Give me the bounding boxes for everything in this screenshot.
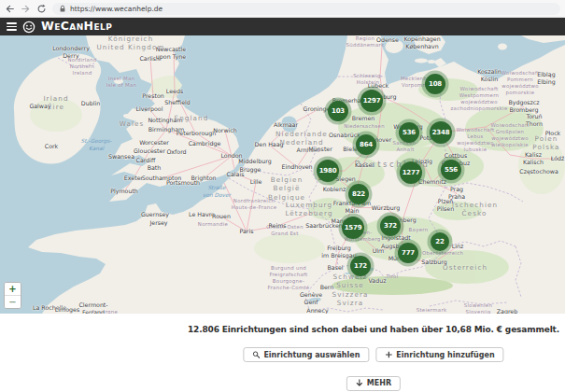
cluster-marker[interactable]: 822 [348,184,369,204]
select-institution-button[interactable]: Einrichtung auswählen [243,347,369,362]
browser-reload-icon[interactable] [36,4,47,14]
cluster-marker[interactable]: 1980 [317,160,339,182]
cluster-marker[interactable]: 777 [398,243,418,263]
map-zoom-control: + − [4,282,21,309]
cluster-marker[interactable]: 372 [380,216,401,236]
add-institution-button[interactable]: Einrichtung hinzufügen [375,347,503,362]
zoom-out-button[interactable]: − [5,296,21,308]
map-graphics [0,35,565,314]
cluster-marker[interactable]: 1297 [360,90,383,112]
brand-title[interactable]: WeCanHelp [41,21,112,33]
more-label: MEHR [367,379,391,387]
url-text: https://www.wecanhelp.de [70,5,162,13]
zoom-in-button[interactable]: + [5,283,21,296]
site-header: WeCanHelp [0,18,565,35]
down-arrow-icon [356,379,363,387]
address-bar[interactable]: https://www.wecanhelp.de [52,3,560,15]
browser-toolbar: https://www.wecanhelp.de [0,0,565,18]
cluster-marker[interactable]: 536 [399,122,419,143]
menu-hamburger-icon[interactable] [7,22,17,31]
stats-headline: 12.806 Einrichtungen sind schon dabei un… [188,325,559,334]
cluster-marker[interactable]: 108 [425,74,445,94]
browser-forward-icon[interactable] [21,4,31,14]
cluster-marker[interactable]: 22 [431,232,449,251]
cluster-marker[interactable]: 172 [350,256,371,276]
https-lock-icon [59,5,66,13]
add-institution-label: Einrichtung hinzufügen [396,351,494,359]
cluster-marker[interactable]: 1277 [400,161,422,184]
content-section: 12.806 Einrichtungen sind schon dabei un… [0,314,565,392]
search-icon [252,351,260,358]
select-institution-label: Einrichtung auswählen [263,351,360,359]
cluster-marker[interactable]: 103 [328,101,348,121]
cluster-marker[interactable]: 864 [356,134,376,155]
more-button[interactable]: MEHR [346,376,401,391]
cluster-marker[interactable]: 556 [441,160,461,180]
cluster-marker[interactable]: 2348 [430,121,452,144]
plus-icon [385,351,392,358]
browser-back-icon[interactable] [5,4,15,14]
more-row: MEHR [346,373,401,391]
action-buttons: Einrichtung auswählen Einrichtung hinzuf… [243,347,503,362]
map[interactable]: + − Königreich United KingdomIrland Éire… [0,35,565,314]
cluster-marker[interactable]: 1579 [342,217,364,239]
smiley-logo-icon[interactable] [22,21,35,34]
